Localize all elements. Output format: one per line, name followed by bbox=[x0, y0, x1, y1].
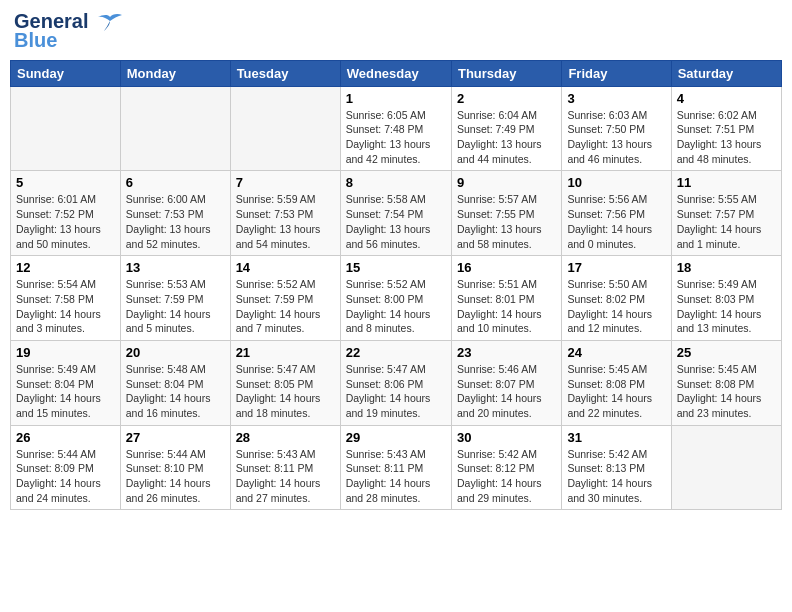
calendar-cell: 19Sunrise: 5:49 AMSunset: 8:04 PMDayligh… bbox=[11, 340, 121, 425]
day-number: 13 bbox=[126, 260, 225, 275]
calendar-cell: 15Sunrise: 5:52 AMSunset: 8:00 PMDayligh… bbox=[340, 256, 451, 341]
calendar-cell: 18Sunrise: 5:49 AMSunset: 8:03 PMDayligh… bbox=[671, 256, 781, 341]
day-info: Sunrise: 5:57 AMSunset: 7:55 PMDaylight:… bbox=[457, 192, 556, 251]
calendar-cell: 6Sunrise: 6:00 AMSunset: 7:53 PMDaylight… bbox=[120, 171, 230, 256]
calendar-week-5: 26Sunrise: 5:44 AMSunset: 8:09 PMDayligh… bbox=[11, 425, 782, 510]
day-info: Sunrise: 5:55 AMSunset: 7:57 PMDaylight:… bbox=[677, 192, 776, 251]
day-info: Sunrise: 5:56 AMSunset: 7:56 PMDaylight:… bbox=[567, 192, 665, 251]
day-number: 31 bbox=[567, 430, 665, 445]
calendar-cell: 20Sunrise: 5:48 AMSunset: 8:04 PMDayligh… bbox=[120, 340, 230, 425]
calendar-cell: 24Sunrise: 5:45 AMSunset: 8:08 PMDayligh… bbox=[562, 340, 671, 425]
calendar-cell: 26Sunrise: 5:44 AMSunset: 8:09 PMDayligh… bbox=[11, 425, 121, 510]
logo: General Blue bbox=[14, 10, 124, 52]
day-number: 10 bbox=[567, 175, 665, 190]
calendar-cell bbox=[671, 425, 781, 510]
logo-bird-icon bbox=[96, 13, 124, 33]
calendar-cell: 13Sunrise: 5:53 AMSunset: 7:59 PMDayligh… bbox=[120, 256, 230, 341]
calendar-cell: 2Sunrise: 6:04 AMSunset: 7:49 PMDaylight… bbox=[451, 86, 561, 171]
calendar-cell: 9Sunrise: 5:57 AMSunset: 7:55 PMDaylight… bbox=[451, 171, 561, 256]
day-number: 2 bbox=[457, 91, 556, 106]
calendar-cell: 22Sunrise: 5:47 AMSunset: 8:06 PMDayligh… bbox=[340, 340, 451, 425]
day-number: 7 bbox=[236, 175, 335, 190]
logo-blue: Blue bbox=[14, 29, 57, 52]
calendar-cell: 31Sunrise: 5:42 AMSunset: 8:13 PMDayligh… bbox=[562, 425, 671, 510]
calendar-week-2: 5Sunrise: 6:01 AMSunset: 7:52 PMDaylight… bbox=[11, 171, 782, 256]
day-number: 26 bbox=[16, 430, 115, 445]
day-info: Sunrise: 5:49 AMSunset: 8:03 PMDaylight:… bbox=[677, 277, 776, 336]
day-info: Sunrise: 5:47 AMSunset: 8:06 PMDaylight:… bbox=[346, 362, 446, 421]
day-info: Sunrise: 6:01 AMSunset: 7:52 PMDaylight:… bbox=[16, 192, 115, 251]
calendar-cell: 7Sunrise: 5:59 AMSunset: 7:53 PMDaylight… bbox=[230, 171, 340, 256]
day-number: 4 bbox=[677, 91, 776, 106]
day-number: 24 bbox=[567, 345, 665, 360]
col-saturday: Saturday bbox=[671, 60, 781, 86]
day-info: Sunrise: 5:52 AMSunset: 8:00 PMDaylight:… bbox=[346, 277, 446, 336]
day-info: Sunrise: 5:43 AMSunset: 8:11 PMDaylight:… bbox=[236, 447, 335, 506]
day-number: 22 bbox=[346, 345, 446, 360]
calendar-cell: 29Sunrise: 5:43 AMSunset: 8:11 PMDayligh… bbox=[340, 425, 451, 510]
day-info: Sunrise: 5:42 AMSunset: 8:12 PMDaylight:… bbox=[457, 447, 556, 506]
col-monday: Monday bbox=[120, 60, 230, 86]
day-number: 14 bbox=[236, 260, 335, 275]
day-info: Sunrise: 5:44 AMSunset: 8:09 PMDaylight:… bbox=[16, 447, 115, 506]
calendar-week-4: 19Sunrise: 5:49 AMSunset: 8:04 PMDayligh… bbox=[11, 340, 782, 425]
calendar-cell: 30Sunrise: 5:42 AMSunset: 8:12 PMDayligh… bbox=[451, 425, 561, 510]
day-number: 30 bbox=[457, 430, 556, 445]
day-info: Sunrise: 5:48 AMSunset: 8:04 PMDaylight:… bbox=[126, 362, 225, 421]
day-number: 28 bbox=[236, 430, 335, 445]
day-info: Sunrise: 6:05 AMSunset: 7:48 PMDaylight:… bbox=[346, 108, 446, 167]
calendar-cell: 12Sunrise: 5:54 AMSunset: 7:58 PMDayligh… bbox=[11, 256, 121, 341]
day-number: 27 bbox=[126, 430, 225, 445]
calendar-cell: 23Sunrise: 5:46 AMSunset: 8:07 PMDayligh… bbox=[451, 340, 561, 425]
day-info: Sunrise: 5:59 AMSunset: 7:53 PMDaylight:… bbox=[236, 192, 335, 251]
day-info: Sunrise: 5:49 AMSunset: 8:04 PMDaylight:… bbox=[16, 362, 115, 421]
calendar-cell: 14Sunrise: 5:52 AMSunset: 7:59 PMDayligh… bbox=[230, 256, 340, 341]
day-number: 12 bbox=[16, 260, 115, 275]
calendar-cell: 16Sunrise: 5:51 AMSunset: 8:01 PMDayligh… bbox=[451, 256, 561, 341]
day-info: Sunrise: 6:04 AMSunset: 7:49 PMDaylight:… bbox=[457, 108, 556, 167]
day-info: Sunrise: 5:51 AMSunset: 8:01 PMDaylight:… bbox=[457, 277, 556, 336]
calendar-week-3: 12Sunrise: 5:54 AMSunset: 7:58 PMDayligh… bbox=[11, 256, 782, 341]
calendar-cell bbox=[230, 86, 340, 171]
calendar-cell: 28Sunrise: 5:43 AMSunset: 8:11 PMDayligh… bbox=[230, 425, 340, 510]
day-info: Sunrise: 6:02 AMSunset: 7:51 PMDaylight:… bbox=[677, 108, 776, 167]
day-number: 9 bbox=[457, 175, 556, 190]
col-thursday: Thursday bbox=[451, 60, 561, 86]
day-number: 29 bbox=[346, 430, 446, 445]
day-info: Sunrise: 6:00 AMSunset: 7:53 PMDaylight:… bbox=[126, 192, 225, 251]
day-number: 19 bbox=[16, 345, 115, 360]
day-info: Sunrise: 5:54 AMSunset: 7:58 PMDaylight:… bbox=[16, 277, 115, 336]
day-info: Sunrise: 5:45 AMSunset: 8:08 PMDaylight:… bbox=[677, 362, 776, 421]
day-number: 23 bbox=[457, 345, 556, 360]
day-info: Sunrise: 5:53 AMSunset: 7:59 PMDaylight:… bbox=[126, 277, 225, 336]
day-number: 17 bbox=[567, 260, 665, 275]
day-info: Sunrise: 5:42 AMSunset: 8:13 PMDaylight:… bbox=[567, 447, 665, 506]
col-tuesday: Tuesday bbox=[230, 60, 340, 86]
day-number: 6 bbox=[126, 175, 225, 190]
calendar-cell bbox=[11, 86, 121, 171]
calendar-cell: 1Sunrise: 6:05 AMSunset: 7:48 PMDaylight… bbox=[340, 86, 451, 171]
day-info: Sunrise: 5:44 AMSunset: 8:10 PMDaylight:… bbox=[126, 447, 225, 506]
day-info: Sunrise: 6:03 AMSunset: 7:50 PMDaylight:… bbox=[567, 108, 665, 167]
calendar-cell: 4Sunrise: 6:02 AMSunset: 7:51 PMDaylight… bbox=[671, 86, 781, 171]
day-info: Sunrise: 5:45 AMSunset: 8:08 PMDaylight:… bbox=[567, 362, 665, 421]
day-number: 16 bbox=[457, 260, 556, 275]
calendar-cell bbox=[120, 86, 230, 171]
day-info: Sunrise: 5:50 AMSunset: 8:02 PMDaylight:… bbox=[567, 277, 665, 336]
col-sunday: Sunday bbox=[11, 60, 121, 86]
day-info: Sunrise: 5:43 AMSunset: 8:11 PMDaylight:… bbox=[346, 447, 446, 506]
day-number: 11 bbox=[677, 175, 776, 190]
day-info: Sunrise: 5:52 AMSunset: 7:59 PMDaylight:… bbox=[236, 277, 335, 336]
calendar-cell: 25Sunrise: 5:45 AMSunset: 8:08 PMDayligh… bbox=[671, 340, 781, 425]
col-friday: Friday bbox=[562, 60, 671, 86]
day-number: 20 bbox=[126, 345, 225, 360]
col-wednesday: Wednesday bbox=[340, 60, 451, 86]
calendar-table: Sunday Monday Tuesday Wednesday Thursday… bbox=[10, 60, 782, 511]
calendar-cell: 8Sunrise: 5:58 AMSunset: 7:54 PMDaylight… bbox=[340, 171, 451, 256]
day-info: Sunrise: 5:47 AMSunset: 8:05 PMDaylight:… bbox=[236, 362, 335, 421]
calendar-cell: 21Sunrise: 5:47 AMSunset: 8:05 PMDayligh… bbox=[230, 340, 340, 425]
calendar-cell: 27Sunrise: 5:44 AMSunset: 8:10 PMDayligh… bbox=[120, 425, 230, 510]
day-number: 25 bbox=[677, 345, 776, 360]
day-number: 15 bbox=[346, 260, 446, 275]
day-number: 1 bbox=[346, 91, 446, 106]
